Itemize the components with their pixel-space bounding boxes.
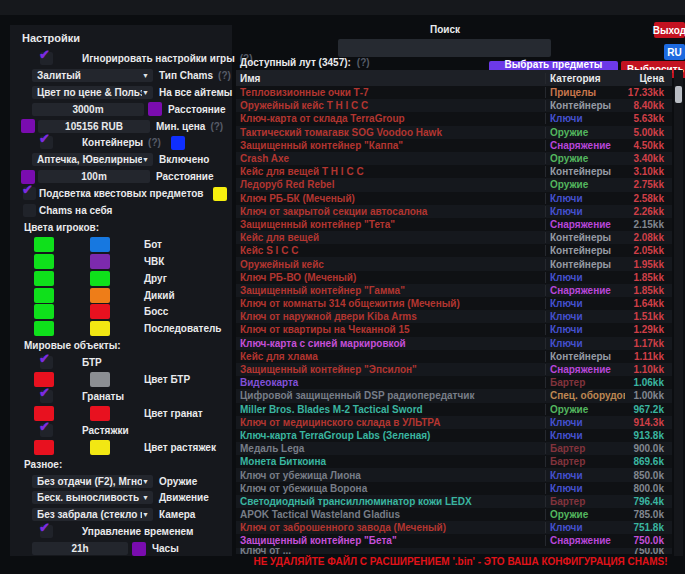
dropdown[interactable]: Залитый▼: [32, 69, 153, 82]
table-row[interactable]: Ключ-карта с синей маркировкойКлючи1.17k…: [236, 337, 672, 350]
color-swatch-chams[interactable]: [90, 406, 110, 421]
item-category: Контейнеры: [545, 100, 625, 111]
color-swatch-visible[interactable]: [34, 237, 54, 252]
table-row[interactable]: Тепловизионные очки Т-7Прицелы17.33kk: [236, 86, 672, 99]
color-swatch-visible[interactable]: [34, 271, 54, 286]
checkbox[interactable]: ✔: [40, 424, 53, 437]
setting-label: Подсветка квестовых предметов: [39, 188, 203, 199]
table-row[interactable]: APOK Tactical Wasteland GladiusОружие785…: [236, 508, 672, 521]
table-row[interactable]: Защищенный контейнер "Эпсилон"Снаряжение…: [236, 363, 672, 376]
item-name: Miller Bros. Blades M-2 Tactical Sword: [236, 404, 545, 415]
table-row[interactable]: Кейс для хламаКонтейнеры1.11kk: [236, 350, 672, 363]
table-scrollbar[interactable]: [674, 70, 683, 556]
table-row[interactable]: Оружейный кейс Т Н I С СКонтейнеры8.40kk: [236, 99, 672, 112]
color-swatch[interactable]: [171, 136, 185, 150]
table-row[interactable]: Ключ РБ-БК (Меченый)Ключи2.58kk: [236, 192, 672, 205]
table-row[interactable]: Ледоруб Red RebelОружие2.75kk: [236, 178, 672, 191]
color-swatch-chams[interactable]: [90, 254, 110, 269]
dropdown[interactable]: Без забрала (стекло шлема)▼: [32, 508, 153, 521]
item-name: Кейс для вещей Т Н I С С: [236, 166, 545, 177]
checkbox[interactable]: ✔: [40, 52, 53, 65]
checkbox[interactable]: ✔: [40, 390, 53, 403]
table-row[interactable]: Медаль LegaБартер900.0k: [236, 442, 672, 455]
table-row[interactable]: Crash AxeОружие3.40kk: [236, 152, 672, 165]
checkbox[interactable]: [23, 204, 36, 217]
table-row[interactable]: Ключ от медицинского склада в УЛЬТРАКлюч…: [236, 416, 672, 429]
loot-table-header: Имя Категория Цена: [236, 70, 672, 86]
table-row[interactable]: Ключ от комнаты 314 общежития (Меченый)К…: [236, 297, 672, 310]
dropdown[interactable]: Беск. выносливость и нет уста▼: [32, 491, 153, 504]
color-swatch-chams[interactable]: [90, 237, 110, 252]
table-row[interactable]: Защищенный контейнер "Бета"Снаряжение750…: [236, 534, 672, 547]
color-swatch-visible[interactable]: [34, 321, 54, 336]
language-button[interactable]: RU: [664, 44, 685, 60]
column-price[interactable]: Цена: [625, 73, 668, 84]
table-row[interactable]: Ключ от наружной двери Kiba ArmsКлючи1.5…: [236, 310, 672, 323]
table-row[interactable]: Ключ от убежища ЛионаКлючи850.0k: [236, 468, 672, 481]
dropdown[interactable]: Без отдачи (F2), Мгновенное п▼: [32, 475, 153, 488]
checkbox[interactable]: ✔: [40, 356, 53, 369]
table-row[interactable]: Кейс для вещей Т Н I С СКонтейнеры3.10kk: [236, 165, 672, 178]
title-bar: [0, 0, 685, 15]
color-swatch-chams[interactable]: [90, 304, 110, 319]
table-row[interactable]: Монета БиткоинаБартер869.6k: [236, 455, 672, 468]
column-name[interactable]: Имя: [236, 73, 545, 84]
checkbox[interactable]: ✔: [23, 187, 36, 200]
setting-label: БТР: [82, 357, 102, 368]
table-row[interactable]: Ключ от квартиры на Чеканной 15Ключи1.29…: [236, 323, 672, 336]
value-input[interactable]: 21h: [32, 542, 128, 555]
color-swatch-chams[interactable]: [90, 372, 110, 387]
table-row[interactable]: Защищенный контейнер "Гамма"Снаряжение1.…: [236, 284, 672, 297]
table-row[interactable]: Ключ от закрытой секции автосалонаКлючи2…: [236, 205, 672, 218]
item-price: 2.75kk: [625, 179, 668, 190]
dropdown[interactable]: Аптечка, Ювелирные и...▼: [32, 153, 153, 166]
color-swatch-chams[interactable]: [90, 288, 110, 303]
table-row[interactable]: Цифровой защищенный DSP радиопередатчикС…: [236, 389, 672, 402]
dropdown-value: Беск. выносливость и нет уста: [32, 492, 142, 503]
item-category: Оружие: [545, 127, 625, 138]
table-row[interactable]: Ключ-карта TerraGroup Labs (Зеленая)Ключ…: [236, 429, 672, 442]
table-row[interactable]: Кейс для вещейКонтейнеры2.08kk: [236, 231, 672, 244]
color-swatch[interactable]: [21, 119, 35, 133]
table-row[interactable]: Ключ от ...750.0k: [236, 548, 672, 554]
table-row[interactable]: Ключ РБ-ВО (Меченый)Ключи1.85kk: [236, 271, 672, 284]
table-row[interactable]: Ключ-карта от склада TerraGroupКлючи5.63…: [236, 112, 672, 125]
item-category: Контейнеры: [545, 351, 625, 362]
value-input[interactable]: 100m: [38, 170, 150, 183]
item-price: 2.26kk: [625, 206, 668, 217]
value-input[interactable]: 3000m: [32, 103, 144, 116]
table-row[interactable]: Ключ от убежища ВоронаКлючи800.0k: [236, 482, 672, 495]
dropdown[interactable]: Цвет по цене & Пользовательс▼: [32, 86, 153, 99]
checkbox[interactable]: ✔: [40, 136, 53, 149]
color-swatch-chams[interactable]: [90, 440, 110, 455]
color-swatch[interactable]: [148, 102, 162, 116]
table-row[interactable]: Светодиодный трансиллюминатор кожи LEDXБ…: [236, 495, 672, 508]
value-input[interactable]: 105156 RUB: [38, 120, 150, 133]
exit-button[interactable]: Выход: [654, 22, 685, 38]
table-row[interactable]: Оружейный кейсКонтейнеры1.95kk: [236, 257, 672, 270]
item-name: Защищенный контейнер "Гамма": [236, 285, 545, 296]
table-row[interactable]: Тактический томагавк SOG Voodoo HawkОруж…: [236, 126, 672, 139]
table-row[interactable]: Защищенный контейнер "Каппа"Снаряжение4.…: [236, 139, 672, 152]
item-category: Снаряжение: [545, 364, 625, 375]
table-row[interactable]: Кейс S I C CКонтейнеры2.05kk: [236, 244, 672, 257]
table-row[interactable]: Защищенный контейнер "Тета"Снаряжение2.1…: [236, 218, 672, 231]
color-swatch-visible[interactable]: [34, 440, 54, 455]
column-category[interactable]: Категория: [545, 73, 625, 84]
scrollbar-thumb[interactable]: [675, 86, 682, 103]
color-swatch-visible[interactable]: [34, 288, 54, 303]
search-input[interactable]: [338, 39, 551, 57]
color-swatch-visible[interactable]: [34, 254, 54, 269]
color-swatch[interactable]: [132, 542, 146, 556]
color-swatch-visible[interactable]: [34, 304, 54, 319]
table-row[interactable]: ВидеокартаБартер1.06kk: [236, 376, 672, 389]
color-swatch-chams[interactable]: [90, 271, 110, 286]
color-swatch-chams[interactable]: [90, 321, 110, 336]
color-label: Друг: [144, 273, 167, 284]
item-category: Ключи: [545, 193, 625, 204]
table-row[interactable]: Miller Bros. Blades M-2 Tactical SwordОр…: [236, 403, 672, 416]
table-row[interactable]: Ключ от заброшенного завода (Меченый)Клю…: [236, 521, 672, 534]
color-swatch[interactable]: [213, 187, 227, 201]
item-price: 1.64kk: [625, 298, 668, 309]
checkbox[interactable]: ✔: [40, 525, 53, 538]
